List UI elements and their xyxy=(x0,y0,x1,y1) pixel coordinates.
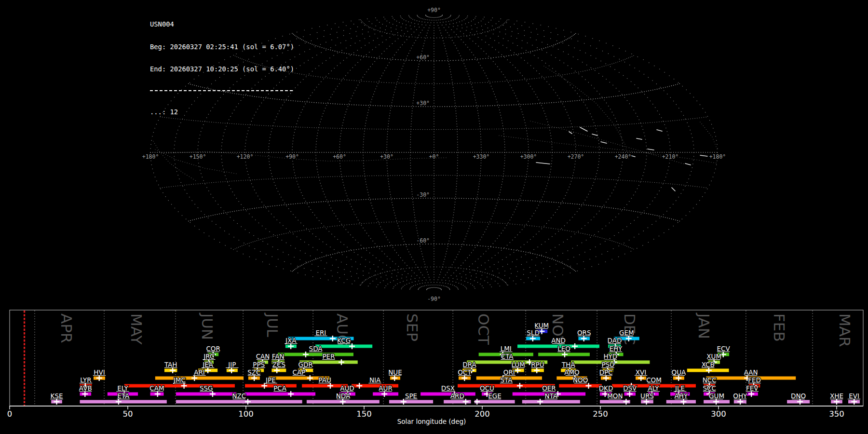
lat-label--60°: -60° xyxy=(416,237,430,244)
shower-label-OHY: OHY xyxy=(733,392,747,400)
shower-label-SZC: SZC xyxy=(247,368,260,376)
shower-label-AMO: AMO xyxy=(564,368,580,376)
shower-label-ORI: ORI xyxy=(503,368,515,376)
shower-label-GUM: GUM xyxy=(709,392,724,400)
lon-label-+30°: +30° xyxy=(380,153,393,160)
month-label-SEP: SEP xyxy=(404,313,421,341)
shower-label-NTA: NTA xyxy=(545,392,558,400)
shower-label-LUM: LUM xyxy=(512,361,525,368)
shower-label-AUR: AUR xyxy=(379,384,393,392)
grid-parallel--15 xyxy=(160,176,706,188)
shower-label-XUM: XUM xyxy=(706,353,721,360)
shower-label-ETA: ETA xyxy=(117,392,130,400)
x-tick-label-200: 200 xyxy=(475,409,490,419)
shower-peak-DNO xyxy=(797,399,803,405)
shower-label-HYD: HYD xyxy=(603,353,617,360)
month-label-JUL: JUL xyxy=(264,312,281,338)
lat-label--90°: -90° xyxy=(427,296,441,302)
x-tick-label-300: 300 xyxy=(711,409,726,419)
shower-peak-OCT xyxy=(461,375,467,381)
reference-curve-4 xyxy=(530,121,683,164)
lon-label-+240°: +240° xyxy=(615,153,632,160)
meteor-trail-2 xyxy=(648,149,654,150)
shower-label-COM: COM xyxy=(646,376,662,384)
lon-label-+120°: +120° xyxy=(237,153,254,160)
shower-label-PSU: PSU xyxy=(601,361,614,368)
station-id: USN004 xyxy=(150,21,294,28)
shower-peak-JEA xyxy=(205,367,211,373)
shower-bar-STA xyxy=(458,384,555,388)
shower-peak-XVI xyxy=(638,375,644,381)
shower-label-ERI: ERI xyxy=(315,329,326,337)
meteor-trail-8 xyxy=(601,142,607,143)
shower-label-OER: OER xyxy=(542,384,556,392)
shower-label-MON: MON xyxy=(607,392,623,400)
shower-label-JPE: JPE xyxy=(265,376,276,384)
shower-peak-TAH xyxy=(170,367,176,373)
lon-label-+60°: +60° xyxy=(333,153,346,160)
shower-label-HVI: HVI xyxy=(94,368,105,376)
shower-peak-JPE xyxy=(261,383,267,389)
shower-label-NDA: NDA xyxy=(336,392,351,400)
shower-label-PCA: PCA xyxy=(273,384,287,392)
shower-label-AHY: AHY xyxy=(675,392,688,400)
shower-label-KUM: KUM xyxy=(534,322,549,329)
shower-peak-XCB xyxy=(706,367,712,373)
shower-label-NUE: NUE xyxy=(388,368,402,376)
shower-labels: KUMERISLDORSGEMJXAKCGANDDADCORSDALMILEOE… xyxy=(50,322,860,400)
shower-peak-NZC xyxy=(245,399,251,405)
shower-label-SCC: SCC xyxy=(703,384,716,392)
shower-label-URS: URS xyxy=(640,392,654,400)
shower-label-DSV: DSV xyxy=(623,384,637,392)
shower-label-XHE: XHE xyxy=(830,392,843,400)
shower-peak-AVB xyxy=(82,391,88,397)
plot-canvas: +180°+150°+120°+90°+60°+30°+0°+330°+300°… xyxy=(0,0,868,434)
shower-label-THA: THA xyxy=(561,361,575,368)
shower-peak-OHY xyxy=(737,399,743,405)
shower-label-XVI: XVI xyxy=(636,368,646,376)
shower-label-OCT: OCT xyxy=(458,368,472,376)
shower-label-NIA: NIA xyxy=(369,376,381,384)
shower-peak-AHY xyxy=(680,399,686,405)
shower-peak-LEO xyxy=(562,352,568,357)
solar-longitude-timeline: APRMAYJUNJULAUGSEPOCTNOVDECJANFEBMARKUME… xyxy=(7,310,863,425)
month-label-JAN: JAN xyxy=(695,312,713,339)
lat-label-+30°: +30° xyxy=(416,100,430,107)
shower-peak-SLD xyxy=(530,336,536,341)
shower-label-SDA: SDA xyxy=(309,345,323,353)
shower-label-STA: STA xyxy=(500,376,513,384)
lon-label-+210°: +210° xyxy=(662,153,679,160)
shower-peak-STA xyxy=(517,383,523,389)
shower-peak-EVI xyxy=(851,399,857,405)
shower-peak-ARD xyxy=(463,399,469,405)
grid-meridian-150 xyxy=(441,16,670,289)
shower-peak-FEV xyxy=(748,391,754,397)
shower-peak-JIP xyxy=(229,367,234,373)
month-label-FEB: FEB xyxy=(771,313,788,342)
shower-peak-CAM xyxy=(155,391,161,397)
grid-meridian-45 xyxy=(437,17,505,288)
month-label-APR: APR xyxy=(58,313,75,343)
shower-peak-DPC xyxy=(603,375,609,381)
shower-peak-MON xyxy=(623,399,629,405)
x-tick-label-50: 50 xyxy=(123,409,133,419)
shower-peak-KUM xyxy=(539,328,544,334)
lon-label-+150°: +150° xyxy=(190,153,206,160)
shower-label-ELY: ELY xyxy=(117,384,128,392)
lon-label-+300°: +300° xyxy=(520,153,537,160)
meteor-trail-4 xyxy=(536,163,550,164)
meteor-activity-screen: +180°+150°+120°+90°+60°+30°+0°+330°+300°… xyxy=(0,0,868,434)
shower-peak-EGE xyxy=(474,399,480,405)
shower-peak-RPU xyxy=(534,367,540,373)
shower-peak-AUR xyxy=(381,391,387,397)
shower-label-JEA: JEA xyxy=(202,361,214,368)
shower-peak-ORS xyxy=(581,336,587,341)
shower-bar-KCG xyxy=(315,345,372,348)
shower-label-AND: AND xyxy=(551,337,566,344)
shower-bar-NTA xyxy=(522,400,580,404)
meteor-trail-0 xyxy=(580,127,587,131)
shower-peak-NDA xyxy=(340,399,346,405)
meteor-trail-1 xyxy=(592,134,597,136)
shower-peak-GUM xyxy=(713,399,719,405)
shower-label-JLE: JLE xyxy=(675,384,685,392)
